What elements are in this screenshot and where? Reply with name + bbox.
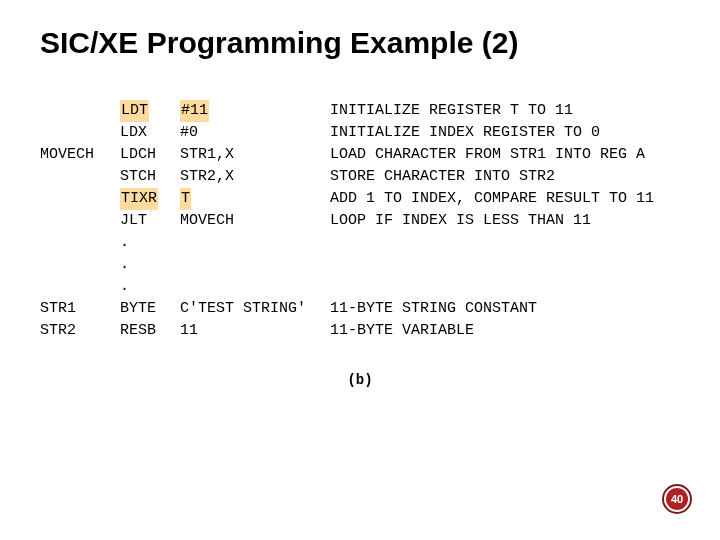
page-number-badge: 40 xyxy=(662,484,692,514)
code-opcode: LDX xyxy=(120,122,180,144)
code-opcode: RESB xyxy=(120,320,180,342)
code-opcode: BYTE xyxy=(120,298,180,320)
code-comment: STORE CHARACTER INTO STR2 xyxy=(330,166,680,188)
code-comment: 11-BYTE VARIABLE xyxy=(330,320,680,342)
page-number: 40 xyxy=(666,488,688,510)
code-opcode: LDT xyxy=(120,100,180,122)
code-row: STR1BYTEC'TEST STRING'11-BYTE STRING CON… xyxy=(40,298,680,320)
figure-label: (b) xyxy=(0,372,720,388)
code-row: . xyxy=(40,232,680,254)
highlight: #11 xyxy=(180,100,209,122)
code-comment: 11-BYTE STRING CONSTANT xyxy=(330,298,680,320)
code-comment: LOOP IF INDEX IS LESS THAN 11 xyxy=(330,210,680,232)
code-operand: MOVECH xyxy=(180,210,330,232)
code-row: STR2RESB1111-BYTE VARIABLE xyxy=(40,320,680,342)
code-opcode: . xyxy=(120,254,180,276)
highlight: TIXR xyxy=(120,188,158,210)
code-row: . xyxy=(40,276,680,298)
code-label: STR1 xyxy=(40,298,120,320)
highlight: LDT xyxy=(120,100,149,122)
code-opcode: . xyxy=(120,232,180,254)
slide-title: SIC/XE Programming Example (2) xyxy=(40,26,518,60)
highlight: T xyxy=(180,188,191,210)
code-label: STR2 xyxy=(40,320,120,342)
code-opcode: . xyxy=(120,276,180,298)
code-comment: INITIALIZE INDEX REGISTER TO 0 xyxy=(330,122,680,144)
code-operand: #0 xyxy=(180,122,330,144)
code-row: . xyxy=(40,254,680,276)
code-comment: INITIALIZE REGISTER T TO 11 xyxy=(330,100,680,122)
code-row: JLTMOVECHLOOP IF INDEX IS LESS THAN 11 xyxy=(40,210,680,232)
code-operand: STR1,X xyxy=(180,144,330,166)
code-row: MOVECHLDCHSTR1,XLOAD CHARACTER FROM STR1… xyxy=(40,144,680,166)
code-comment: ADD 1 TO INDEX, COMPARE RESULT TO 11 xyxy=(330,188,680,210)
code-label: MOVECH xyxy=(40,144,120,166)
code-row: LDT#11INITIALIZE REGISTER T TO 11 xyxy=(40,100,680,122)
code-row: STCHSTR2,XSTORE CHARACTER INTO STR2 xyxy=(40,166,680,188)
code-opcode: STCH xyxy=(120,166,180,188)
code-operand: STR2,X xyxy=(180,166,330,188)
code-operand: T xyxy=(180,188,330,210)
code-opcode: TIXR xyxy=(120,188,180,210)
code-listing: LDT#11INITIALIZE REGISTER T TO 11LDX#0IN… xyxy=(40,100,680,342)
code-row: TIXRTADD 1 TO INDEX, COMPARE RESULT TO 1… xyxy=(40,188,680,210)
code-operand: #11 xyxy=(180,100,330,122)
code-opcode: JLT xyxy=(120,210,180,232)
code-row: LDX#0INITIALIZE INDEX REGISTER TO 0 xyxy=(40,122,680,144)
code-opcode: LDCH xyxy=(120,144,180,166)
code-operand: 11 xyxy=(180,320,330,342)
code-comment: LOAD CHARACTER FROM STR1 INTO REG A xyxy=(330,144,680,166)
code-operand: C'TEST STRING' xyxy=(180,298,330,320)
